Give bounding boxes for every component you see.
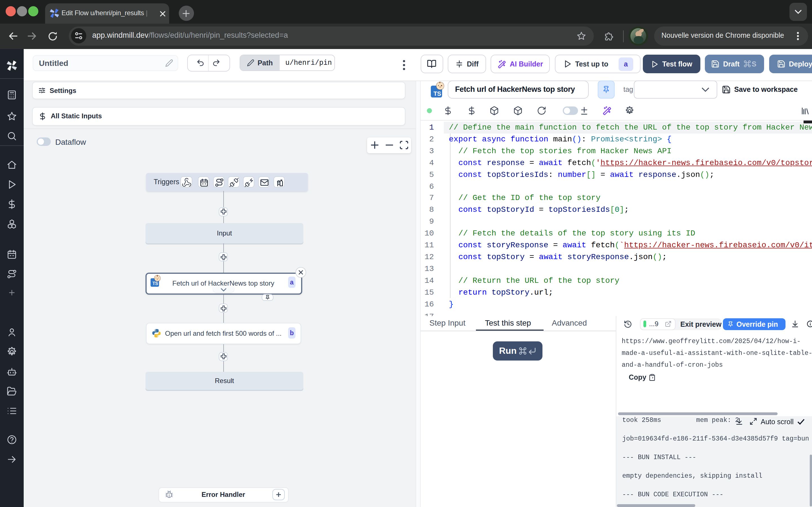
svg-text:S: S — [751, 60, 756, 68]
